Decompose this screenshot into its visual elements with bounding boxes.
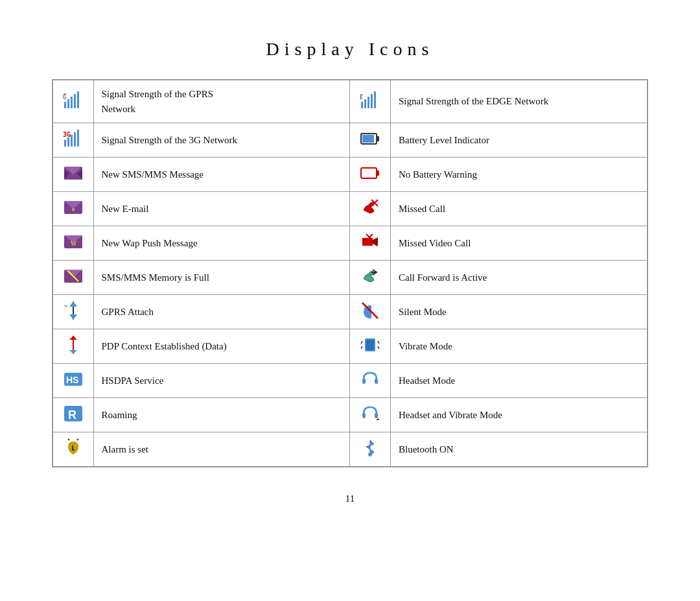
- table-row: 3G Signal Strength of the 3G Network Bat…: [53, 123, 648, 158]
- table-row: SMS/MMS Memory is Full Call Forward is A…: [53, 261, 648, 295]
- svg-rect-4: [74, 94, 76, 108]
- svg-text:3G: 3G: [63, 131, 71, 138]
- svg-rect-27: [377, 171, 379, 176]
- svg-line-70: [77, 439, 78, 440]
- headset-mode-icon: [350, 364, 391, 398]
- svg-rect-5: [77, 91, 79, 108]
- no-battery-icon: [350, 158, 391, 192]
- svg-rect-2: [67, 99, 69, 108]
- svg-marker-36: [373, 237, 378, 246]
- right-description: Missed Call: [391, 192, 648, 226]
- svg-text:Ẽ: Ẽ: [360, 94, 363, 100]
- table-row: R Roaming Headset and Vibrate Mode: [53, 398, 648, 432]
- page-number: 11: [345, 493, 355, 504]
- missed-call-icon: [350, 192, 391, 226]
- svg-rect-59: [362, 379, 366, 384]
- svg-rect-63: [362, 413, 366, 418]
- left-description: GPRS Attach: [93, 295, 350, 329]
- svg-marker-50: [69, 350, 77, 354]
- svg-rect-12: [374, 91, 376, 108]
- svg-rect-60: [375, 379, 378, 384]
- vibrate-mode-icon: [350, 329, 391, 364]
- svg-rect-17: [74, 132, 76, 147]
- svg-rect-21: [362, 135, 374, 143]
- svg-point-71: [368, 453, 372, 456]
- table-row: e New E-mail Missed Call: [53, 192, 648, 226]
- table-row: Alarm is set Bluetooth ON: [53, 432, 648, 467]
- alarm-icon: [53, 432, 94, 467]
- left-description: New E-mail: [93, 192, 350, 226]
- gprs-signal-icon: G̃ ~: [53, 80, 94, 123]
- table-row: PDP Context Established (Data) Vibrate M…: [53, 329, 648, 364]
- svg-text:HS: HS: [66, 375, 78, 385]
- table-row: G̃ ~ Signal Strength of the GPRSNetwork …: [53, 80, 648, 123]
- hsdpa-icon: HS: [53, 364, 94, 398]
- svg-text:~: ~: [63, 92, 66, 98]
- right-description: Call Forward is Active: [391, 261, 648, 295]
- svg-line-54: [361, 346, 362, 349]
- svg-rect-20: [377, 136, 379, 141]
- right-description: Battery Level Indicator: [391, 123, 648, 158]
- svg-marker-45: [69, 314, 77, 320]
- svg-text:R: R: [68, 408, 76, 421]
- wap-push-icon: W: [53, 226, 94, 261]
- svg-rect-52: [366, 340, 374, 350]
- svg-rect-1: [64, 102, 66, 108]
- left-description: New Wap Push Message: [93, 226, 350, 261]
- right-description: Signal Strength of the EDGE Network: [391, 80, 648, 123]
- svg-line-69: [68, 439, 69, 440]
- svg-marker-49: [69, 336, 77, 340]
- svg-text:~: ~: [64, 303, 68, 309]
- right-description: Missed Video Call: [391, 226, 648, 261]
- battery-level-icon: [350, 123, 391, 158]
- svg-rect-9: [364, 99, 366, 108]
- left-description: New SMS/MMS Message: [93, 158, 350, 192]
- right-description: Silent Mode: [391, 295, 648, 329]
- left-description: HSDPA Service: [93, 364, 350, 398]
- svg-line-56: [378, 346, 379, 349]
- sms-memory-full-icon: [53, 261, 94, 295]
- page-title: Display Icons: [266, 39, 434, 60]
- 3g-signal-icon: 3G: [53, 123, 94, 158]
- right-description: Headset Mode: [391, 364, 648, 398]
- svg-rect-14: [64, 140, 66, 147]
- svg-marker-44: [69, 301, 77, 307]
- sms-mms-icon: [53, 158, 94, 192]
- missed-video-call-icon: [350, 226, 391, 261]
- svg-rect-15: [67, 137, 69, 147]
- right-description: Bluetooth ON: [391, 432, 648, 467]
- svg-rect-18: [77, 130, 79, 147]
- svg-rect-8: [361, 102, 363, 108]
- headset-vibrate-icon: [350, 398, 391, 432]
- icons-table: G̃ ~ Signal Strength of the GPRSNetwork …: [52, 79, 648, 467]
- gprs-attach-icon: ~: [53, 295, 94, 329]
- left-description: SMS/MMS Memory is Full: [93, 261, 350, 295]
- table-row: ~ GPRS Attach Silent Mode: [53, 295, 648, 329]
- svg-rect-11: [371, 94, 373, 108]
- svg-rect-16: [71, 135, 73, 147]
- table-row: New SMS/MMS Message No Battery Warning: [53, 158, 648, 192]
- svg-text:e: e: [72, 206, 75, 213]
- table-row: W New Wap Push Message Missed Video Call: [53, 226, 648, 261]
- edge-signal-icon: Ẽ: [350, 80, 391, 123]
- svg-rect-10: [368, 97, 369, 108]
- right-description: Vibrate Mode: [391, 329, 648, 364]
- svg-rect-26: [361, 168, 377, 178]
- roaming-icon: R: [53, 398, 94, 432]
- svg-text:W: W: [71, 240, 77, 247]
- call-forward-icon: [350, 261, 391, 295]
- left-description: Roaming: [93, 398, 350, 432]
- svg-line-53: [361, 341, 362, 344]
- left-description: Signal Strength of the GPRSNetwork: [93, 80, 350, 123]
- bluetooth-on-icon: [350, 432, 391, 467]
- silent-mode-icon: [350, 295, 391, 329]
- left-description: Signal Strength of the 3G Network: [93, 123, 350, 158]
- svg-rect-3: [71, 97, 73, 108]
- pdp-context-icon: [53, 329, 94, 364]
- svg-rect-64: [375, 413, 378, 418]
- right-description: Headset and Vibrate Mode: [391, 398, 648, 432]
- right-description: No Battery Warning: [391, 158, 648, 192]
- svg-line-55: [378, 341, 379, 344]
- svg-rect-67: [72, 445, 73, 449]
- left-description: PDP Context Established (Data): [93, 329, 350, 364]
